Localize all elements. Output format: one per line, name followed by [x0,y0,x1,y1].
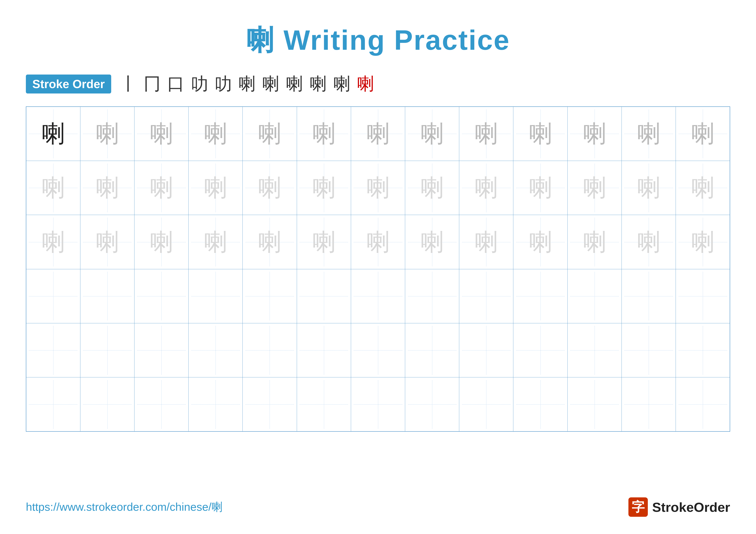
grid-cell [243,323,297,377]
grid-cell [134,377,188,432]
grid-cell [351,377,405,432]
grid-row-3: 喇 喇 喇 喇 喇 喇 喇 喇 喇 喇 喇 喇 喇 [26,215,730,269]
grid-cell [405,269,459,323]
grid-cell [297,323,351,377]
stroke-step-2: 冂 [144,72,161,96]
page-title: 喇 Writing Practice [246,21,510,60]
stroke-step-10: 喇 [333,72,350,96]
grid-cell: 喇 [80,161,134,215]
grid-cell: 喇 [405,107,459,161]
grid-cell: 喇 [134,107,188,161]
grid-cell [26,269,80,323]
grid-cell [405,377,459,432]
stroke-step-9: 喇 [310,72,327,96]
stroke-order-row: Stroke Order 丨 冂 口 叻 叻 喇 喇 喇 喇 喇 喇 [26,72,730,96]
grid-cell [405,323,459,377]
grid-cell [189,269,243,323]
grid-cell: 喇 [459,161,513,215]
grid-cell: 喇 [351,161,405,215]
grid-cell [513,377,567,432]
grid-cell: 喇 [405,161,459,215]
grid-cell: 喇 [80,215,134,269]
stroke-step-5: 叻 [215,72,232,96]
grid-cell: 喇 [189,161,243,215]
grid-cell [134,269,188,323]
grid-cell [80,269,134,323]
grid-cell: 喇 [351,215,405,269]
grid-cell [189,377,243,432]
grid-cell: 喇 [134,161,188,215]
stroke-steps: 丨 冂 口 叻 叻 喇 喇 喇 喇 喇 喇 [120,72,374,96]
grid-cell: 喇 [26,161,80,215]
stroke-step-3: 口 [167,72,184,96]
grid-cell [243,377,297,432]
grid-cell [513,323,567,377]
grid-row-2: 喇 喇 喇 喇 喇 喇 喇 喇 喇 喇 喇 喇 喇 [26,161,730,215]
grid-cell [80,323,134,377]
grid-row-4 [26,269,730,323]
page: 喇 Writing Practice Stroke Order 丨 冂 口 叻 … [0,0,756,534]
char-solid: 喇 [41,122,65,146]
grid-cell: 喇 [351,107,405,161]
grid-cell [567,269,622,323]
grid-cell: 喇 [676,215,730,269]
footer-logo-text: StrokeOrder [652,499,730,515]
grid-cell [351,269,405,323]
grid-cell [351,323,405,377]
grid-cell: 喇 [622,107,676,161]
stroke-step-8: 喇 [286,72,303,96]
grid-cell: 喇 [567,161,622,215]
grid-cell: 喇 [189,215,243,269]
footer-logo-icon: 字 [629,497,648,517]
grid-cell: 喇 [26,215,80,269]
grid-cell: 喇 [189,107,243,161]
grid-cell [26,323,80,377]
grid-cell [622,323,676,377]
grid-cell [676,323,730,377]
stroke-step-6: 喇 [238,72,256,96]
grid-cell [676,377,730,432]
grid-cell: 喇 [297,215,351,269]
grid-cell: 喇 [243,161,297,215]
grid-cell: 喇 [297,107,351,161]
grid-cell [676,269,730,323]
grid-cell: 喇 [676,107,730,161]
grid-cell [80,377,134,432]
grid-cell [243,269,297,323]
grid-cell [297,377,351,432]
grid-cell [459,377,513,432]
stroke-step-11: 喇 [357,72,374,96]
grid-cell: 喇 [513,161,567,215]
grid-cell: 喇 [134,215,188,269]
grid-cell [567,377,622,432]
grid-cell: 喇 [243,215,297,269]
footer-logo: 字 StrokeOrder [629,497,730,517]
grid-cell: 喇 [459,107,513,161]
grid-row-5 [26,323,730,377]
grid-cell [513,269,567,323]
stroke-step-1: 丨 [120,72,137,96]
grid-row-6 [26,377,730,432]
grid-row-1: 喇 喇 喇 喇 喇 喇 喇 喇 喇 喇 喇 喇 喇 [26,107,730,161]
grid-cell [297,269,351,323]
practice-grid: 喇 喇 喇 喇 喇 喇 喇 喇 喇 喇 喇 喇 喇 喇 喇 喇 喇 喇 喇 喇 … [26,106,730,432]
stroke-order-badge: Stroke Order [26,75,111,93]
grid-cell [134,323,188,377]
grid-cell: 喇 [26,107,80,161]
grid-cell [459,323,513,377]
footer-url[interactable]: https://www.strokeorder.com/chinese/喇 [26,499,223,515]
grid-cell: 喇 [567,107,622,161]
grid-cell [189,323,243,377]
grid-cell: 喇 [567,215,622,269]
grid-cell: 喇 [622,215,676,269]
grid-cell: 喇 [297,161,351,215]
grid-cell: 喇 [405,215,459,269]
grid-cell [26,377,80,432]
grid-cell [567,323,622,377]
stroke-step-7: 喇 [262,72,279,96]
grid-cell: 喇 [513,215,567,269]
grid-cell [459,269,513,323]
grid-cell [622,377,676,432]
grid-cell: 喇 [80,107,134,161]
grid-cell: 喇 [622,161,676,215]
